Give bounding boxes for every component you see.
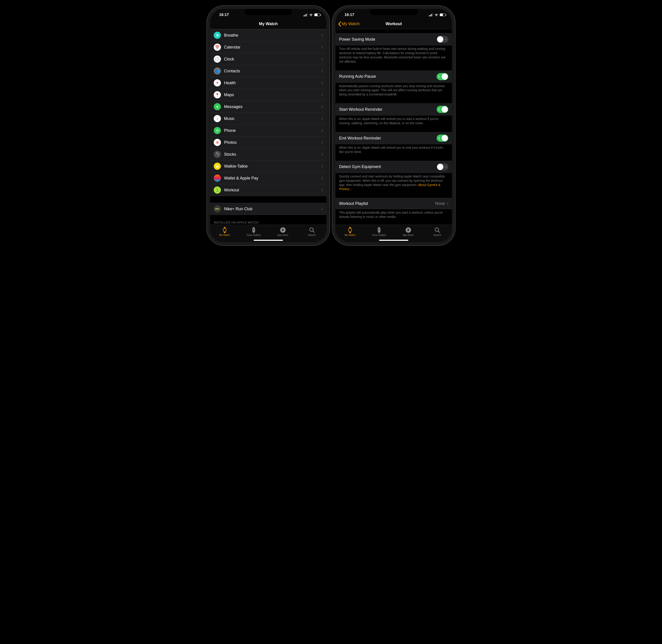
tab-label: Search bbox=[308, 234, 316, 236]
search-icon bbox=[434, 227, 440, 233]
app-label: Contacts bbox=[224, 69, 321, 73]
app-label: Messages bbox=[224, 105, 321, 109]
app-row-clock[interactable]: 🕒 Clock › bbox=[210, 53, 327, 65]
chevron-left-icon bbox=[338, 21, 341, 27]
setting-group-power-saving: Power Saving Mode Turn off cellular and … bbox=[335, 33, 452, 64]
nav-bar: My Watch bbox=[210, 19, 327, 29]
setting-footer: Turn off cellular and the built-in heart… bbox=[335, 45, 452, 64]
back-button[interactable]: My Watch bbox=[338, 21, 359, 27]
phone-workout: 16:17 My Watch Workout Power Saving Mode… bbox=[335, 9, 452, 242]
tab-my-watch[interactable]: My Watch bbox=[210, 225, 239, 238]
page-title: My Watch bbox=[259, 22, 278, 26]
back-label: My Watch bbox=[342, 22, 359, 26]
app-row-stocks[interactable]: 〽 Stocks › bbox=[210, 148, 327, 160]
setting-footer: Quickly connect and start workouts by ho… bbox=[335, 173, 452, 191]
app-row-breathe[interactable]: ❋ Breathe › bbox=[210, 29, 327, 41]
tab-face-gallery[interactable]: Face Gallery bbox=[239, 225, 268, 238]
mywatch-content[interactable]: ❋ Breathe › 📅 Calendar › 🕒 Clock › 👥 Con… bbox=[210, 29, 327, 225]
home-indicator[interactable] bbox=[379, 240, 408, 241]
chevron-right-icon: › bbox=[321, 104, 323, 110]
clock-icon: 🕒 bbox=[214, 55, 221, 63]
chevron-right-icon: › bbox=[321, 44, 323, 50]
svg-rect-0 bbox=[223, 228, 226, 232]
app-row-workout[interactable]: 🏃 Workout › bbox=[210, 184, 327, 196]
setting-footer: Automatically pauses running workouts wh… bbox=[335, 83, 452, 97]
toggle-start-workout-reminder[interactable] bbox=[437, 106, 448, 113]
photos-icon: ❁ bbox=[214, 139, 221, 146]
playlist-footer: This playlist will automatically play wh… bbox=[335, 209, 452, 219]
svg-rect-9 bbox=[349, 228, 352, 232]
app-row-maps[interactable]: 📍 Maps › bbox=[210, 89, 327, 101]
app-row-phone[interactable]: ✆ Phone › bbox=[210, 125, 327, 137]
phone-icon: ✆ bbox=[214, 127, 221, 134]
tab-label: App Store bbox=[277, 234, 288, 236]
home-indicator[interactable] bbox=[254, 240, 283, 241]
battery-icon bbox=[440, 14, 446, 16]
playlist-value: None bbox=[435, 201, 445, 206]
status-right bbox=[304, 13, 322, 16]
toggle-power-saving[interactable] bbox=[437, 36, 448, 43]
workout-content[interactable]: Power Saving Mode Turn off cellular and … bbox=[335, 29, 452, 225]
my-watch-icon bbox=[347, 227, 353, 233]
app-label: Health bbox=[224, 80, 321, 85]
setting-label: Detect Gym Equipment bbox=[339, 164, 437, 169]
setting-footer: When this is on, Apple Watch will remind… bbox=[335, 144, 452, 154]
app-label: Photos bbox=[224, 140, 321, 145]
tab-label: My Watch bbox=[219, 234, 230, 236]
tab-label: Search bbox=[434, 234, 441, 236]
apps-group: ❋ Breathe › 📅 Calendar › 🕒 Clock › 👥 Con… bbox=[210, 29, 327, 196]
app-row-walkie[interactable]: ◉ Walkie-Talkie › bbox=[210, 160, 327, 172]
workout-playlist-row[interactable]: Workout Playlist None › bbox=[335, 198, 452, 209]
notch bbox=[370, 9, 417, 15]
nike-nrc-icon: NRC bbox=[214, 205, 221, 212]
toggle-detect-gym-equipment[interactable] bbox=[437, 163, 448, 170]
setting-row-start-workout-reminder[interactable]: Start Workout Reminder bbox=[335, 103, 452, 115]
app-row-photos[interactable]: ❁ Photos › bbox=[210, 137, 327, 148]
app-label: Clock bbox=[224, 57, 321, 62]
toggle-running-auto-pause[interactable] bbox=[437, 73, 448, 80]
nav-bar: My Watch Workout bbox=[335, 19, 452, 29]
svg-rect-1 bbox=[224, 227, 226, 228]
tab-search[interactable]: Search bbox=[297, 225, 327, 238]
app-row-music[interactable]: ♪ Music › bbox=[210, 113, 327, 125]
tab-my-watch[interactable]: My Watch bbox=[335, 225, 365, 238]
app-row-nike-nrc[interactable]: NRC Nike+ Run Club › bbox=[210, 203, 327, 215]
setting-label: Running Auto Pause bbox=[339, 74, 437, 79]
svg-rect-10 bbox=[349, 227, 351, 228]
chevron-right-icon: › bbox=[321, 116, 323, 121]
app-label: Music bbox=[224, 116, 321, 121]
chevron-right-icon: › bbox=[321, 206, 323, 212]
tab-face-gallery[interactable]: Face Gallery bbox=[365, 225, 394, 238]
maps-icon: 📍 bbox=[214, 91, 221, 98]
playlist-group: Workout Playlist None › This playlist wi… bbox=[335, 198, 452, 219]
app-row-contacts[interactable]: 👥 Contacts › bbox=[210, 65, 327, 77]
page-title: Workout bbox=[385, 22, 402, 26]
toggle-end-workout-reminder[interactable] bbox=[437, 135, 448, 142]
setting-row-detect-gym-equipment[interactable]: Detect Gym Equipment bbox=[335, 161, 452, 173]
setting-row-end-workout-reminder[interactable]: End Workout Reminder bbox=[335, 132, 452, 144]
search-icon bbox=[309, 227, 315, 233]
chevron-right-icon: › bbox=[447, 201, 448, 206]
chevron-right-icon: › bbox=[321, 163, 323, 169]
walkie-icon: ◉ bbox=[214, 163, 221, 170]
chevron-right-icon: › bbox=[321, 56, 323, 62]
app-row-calendar[interactable]: 📅 Calendar › bbox=[210, 41, 327, 53]
tab-app-store[interactable]: App Store bbox=[268, 225, 297, 238]
cellular-icon bbox=[429, 13, 433, 16]
tab-app-store[interactable]: App Store bbox=[394, 225, 423, 238]
status-time: 16:17 bbox=[215, 13, 229, 17]
app-label: Calendar bbox=[224, 45, 321, 50]
face-gallery-icon bbox=[250, 227, 257, 233]
tab-search[interactable]: Search bbox=[423, 225, 452, 238]
app-row-health[interactable]: ♥ Health › bbox=[210, 77, 327, 89]
playlist-label: Workout Playlist bbox=[339, 201, 435, 206]
gymkit-privacy-link[interactable]: About GymKit & Privacy… bbox=[339, 183, 440, 191]
svg-rect-5 bbox=[253, 232, 255, 233]
app-label: Workout bbox=[224, 188, 321, 192]
setting-row-running-auto-pause[interactable]: Running Auto Pause bbox=[335, 71, 452, 83]
app-row-messages[interactable]: ● Messages › bbox=[210, 101, 327, 113]
setting-label: Start Workout Reminder bbox=[339, 107, 437, 112]
app-label: Breathe bbox=[224, 33, 321, 38]
setting-row-power-saving[interactable]: Power Saving Mode bbox=[335, 33, 452, 45]
app-row-wallet[interactable]: Wallet & Apple Pay › bbox=[210, 172, 327, 184]
